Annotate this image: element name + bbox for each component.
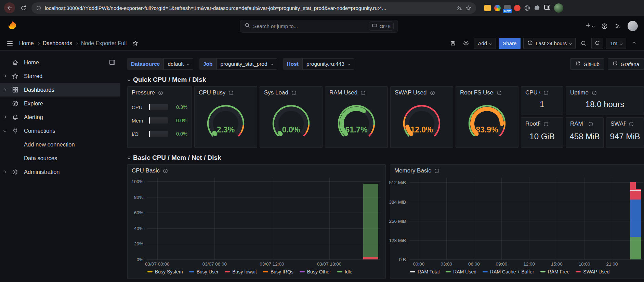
- legend-item-busy-other[interactable]: Busy Other: [300, 269, 331, 274]
- legend-item-busy-irqs[interactable]: Busy IRQs: [263, 269, 293, 274]
- panel-title[interactable]: SWAP Total: [610, 120, 626, 127]
- variable-value-dropdown[interactable]: default: [163, 58, 193, 70]
- add-panel-button[interactable]: Add: [474, 38, 496, 49]
- mega-menu-toggle[interactable]: [5, 38, 15, 49]
- variable-host[interactable]: Host progunity.ru:443: [283, 58, 354, 70]
- legend-item-swap-used[interactable]: SWAP Used: [576, 269, 609, 274]
- section-quick-cpu-mem-disk[interactable]: Quick CPU / Mem / Disk: [128, 76, 644, 84]
- variable-job[interactable]: Job progunity_stat_prod: [199, 58, 277, 70]
- chevron-right-icon[interactable]: [3, 88, 6, 91]
- help-icon[interactable]: [601, 23, 608, 29]
- extension-colorful-icon[interactable]: [494, 5, 501, 11]
- panel-title[interactable]: CPU Cores: [525, 89, 540, 96]
- translate-icon[interactable]: [456, 5, 462, 11]
- panel-title[interactable]: RAM Used: [329, 89, 357, 96]
- extension-yellow-icon[interactable]: [484, 5, 491, 11]
- news-rss-icon[interactable]: [615, 23, 621, 29]
- info-icon[interactable]: [592, 90, 597, 95]
- page-info-icon[interactable]: [36, 5, 41, 11]
- extension-red-icon[interactable]: [514, 5, 521, 11]
- legend-item-ram-used[interactable]: RAM Used: [446, 269, 476, 274]
- extensions-puzzle-icon[interactable]: [534, 5, 540, 11]
- info-icon[interactable]: [543, 121, 549, 127]
- info-icon[interactable]: [360, 90, 366, 95]
- section-basic-cpu-mem-net-disk[interactable]: Basic CPU / Mem / Net / Disk: [128, 154, 644, 162]
- legend-item-busy-user[interactable]: Busy User: [189, 269, 219, 274]
- favorite-star-icon[interactable]: [130, 38, 140, 49]
- browser-profile-avatar[interactable]: [554, 3, 563, 13]
- chevron-right-icon[interactable]: [3, 116, 6, 118]
- legend-item-ram-total[interactable]: RAM Total: [410, 269, 439, 274]
- legend-item-ram-free[interactable]: RAM Free: [540, 269, 570, 274]
- panel-title[interactable]: CPU Basic: [132, 167, 160, 174]
- panel-title[interactable]: Sys Load: [264, 89, 288, 96]
- panel-title[interactable]: Uptime: [570, 89, 589, 96]
- legend-item-busy-system[interactable]: Busy System: [147, 269, 183, 274]
- kiosk-mode-toggle[interactable]: [629, 38, 639, 49]
- chevron-right-icon[interactable]: [3, 75, 6, 77]
- info-icon[interactable]: [430, 90, 435, 95]
- sidebar-item-dashboards[interactable]: Dashboards: [0, 83, 120, 97]
- panel-title[interactable]: RAM Total: [570, 120, 585, 127]
- github-link-button[interactable]: GitHub: [570, 58, 604, 70]
- panel-title[interactable]: Pressure: [132, 89, 155, 96]
- sidebar-item-add-new-connection[interactable]: Add new connection: [0, 138, 120, 151]
- breadcrumb-home[interactable]: Home: [19, 40, 34, 47]
- pressure-gauges: CPU 0.3% Mem 0.0% I/O 0.0%: [128, 96, 192, 148]
- time-range-picker[interactable]: Last 24 hours: [523, 38, 576, 49]
- panel-title[interactable]: Root FS Used: [460, 89, 494, 96]
- panel-title[interactable]: CPU Busy: [199, 89, 225, 96]
- info-icon[interactable]: [543, 90, 549, 95]
- panel-title[interactable]: SWAP Used: [395, 89, 427, 96]
- breadcrumb-dashboards[interactable]: Dashboards: [43, 40, 72, 47]
- dashboard-settings-icon[interactable]: [461, 38, 471, 49]
- legend-item-ram-cache-buffer[interactable]: RAM Cache + Buffer: [483, 269, 534, 274]
- browser-refresh-button[interactable]: [18, 2, 29, 13]
- info-icon[interactable]: [228, 90, 234, 95]
- search-input[interactable]: [253, 23, 366, 29]
- add-new-button[interactable]: [586, 23, 594, 29]
- browser-url-bar[interactable]: localhost:3000/d/rYdddlPWk/node-exporter…: [31, 2, 476, 14]
- save-dashboard-icon[interactable]: [448, 38, 458, 49]
- sidebar-item-alerting[interactable]: Alerting: [0, 110, 120, 124]
- grafana-link-button[interactable]: Grafana: [608, 58, 644, 70]
- sidebar-item-administration[interactable]: Administration: [0, 165, 120, 179]
- gridline: [147, 244, 381, 244]
- info-icon[interactable]: [497, 90, 502, 95]
- panel-title[interactable]: Memory Basic: [394, 167, 431, 174]
- browser-back-button[interactable]: [4, 2, 15, 13]
- info-icon[interactable]: [588, 121, 593, 127]
- info-icon[interactable]: [629, 121, 634, 127]
- info-icon[interactable]: [163, 168, 168, 174]
- info-icon[interactable]: [291, 90, 297, 95]
- panel-title[interactable]: RootFS Total: [525, 120, 540, 127]
- bookmark-star-icon[interactable]: [465, 5, 471, 11]
- hamburger-icon: [7, 43, 13, 44]
- user-avatar[interactable]: [628, 21, 638, 31]
- info-icon[interactable]: [158, 90, 163, 95]
- zoom-out-time-icon[interactable]: [578, 38, 589, 49]
- variable-value-dropdown[interactable]: progunity.ru:443: [302, 58, 354, 70]
- legend-item-idle[interactable]: Idle: [337, 269, 353, 274]
- sidebar-item-data-sources[interactable]: Data sources: [0, 151, 120, 165]
- refresh-dashboard-button[interactable]: [591, 38, 603, 49]
- grafana-logo[interactable]: [6, 20, 18, 32]
- share-button[interactable]: Share: [499, 38, 521, 49]
- info-icon[interactable]: [434, 168, 439, 174]
- variable-datasource[interactable]: Datasource default: [127, 58, 193, 70]
- globe-icon[interactable]: [524, 5, 530, 11]
- dock-menu-icon[interactable]: [109, 59, 116, 66]
- side-panel-icon[interactable]: [544, 4, 551, 12]
- chevron-right-icon[interactable]: [3, 170, 6, 173]
- sidebar-item-connections[interactable]: Connections: [0, 124, 120, 138]
- search-bar[interactable]: ctrl+k: [240, 20, 398, 33]
- shortcut-label: ctrl+k: [380, 24, 390, 29]
- variable-value-dropdown[interactable]: progunity_stat_prod: [216, 58, 277, 70]
- refresh-interval-dropdown[interactable]: 1m: [606, 38, 626, 49]
- extension-new-icon[interactable]: New: [504, 5, 511, 11]
- legend-item-busy-iowait[interactable]: Busy Iowait: [225, 269, 257, 274]
- sidebar-item-starred[interactable]: Starred: [0, 69, 120, 83]
- sidebar-item-explore[interactable]: Explore: [0, 97, 120, 110]
- chevron-down-icon[interactable]: [3, 129, 6, 132]
- sidebar-item-home[interactable]: Home: [0, 55, 120, 69]
